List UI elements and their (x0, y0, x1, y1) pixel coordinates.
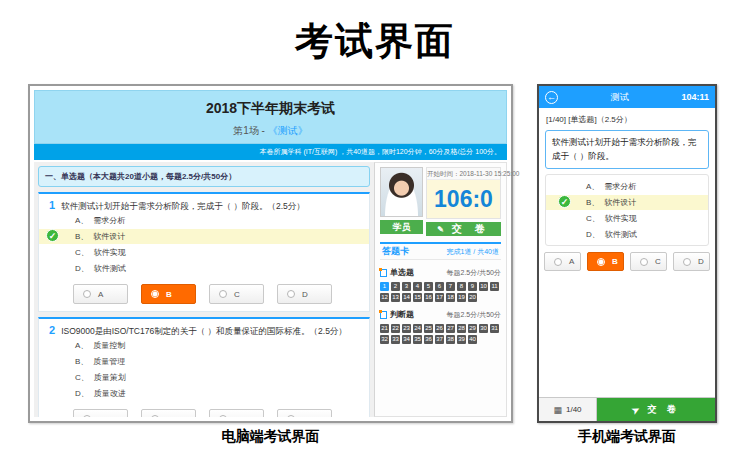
answer-buttons: ABCD (73, 409, 369, 417)
back-icon[interactable]: ← (545, 91, 558, 104)
answer-tile-8[interactable]: 8 (457, 282, 466, 291)
option-text: 软件设计 (93, 232, 125, 241)
option-button-A[interactable]: A (544, 252, 581, 271)
answer-tile-28[interactable]: 28 (457, 324, 466, 333)
answer-tile-27[interactable]: 27 (446, 324, 455, 333)
answer-tile-39[interactable]: 39 (457, 335, 466, 344)
option-row[interactable]: B、质量管理 (39, 354, 369, 369)
answer-tile-10[interactable]: 10 (479, 282, 488, 291)
answer-tile-33[interactable]: 33 (391, 335, 400, 344)
answer-card-header: 答题卡 完成1道 / 共40道 (380, 242, 501, 260)
answer-tile-29[interactable]: 29 (468, 324, 477, 333)
answer-tile-7[interactable]: 7 (446, 282, 455, 291)
radio-icon (219, 290, 227, 298)
answer-tile-9[interactable]: 9 (468, 282, 477, 291)
radio-icon (640, 258, 648, 266)
option-button-label: A (98, 290, 103, 299)
option-button-D[interactable]: D (277, 409, 332, 417)
radio-icon (287, 290, 295, 298)
option-text: 软件实现 (94, 248, 126, 257)
answer-tile-12[interactable]: 12 (380, 293, 389, 302)
answer-tile-22[interactable]: 22 (391, 324, 400, 333)
option-button-label: B (166, 415, 171, 418)
option-row[interactable]: C、质量策划 (39, 370, 369, 385)
option-button-A[interactable]: A (73, 284, 128, 304)
option-row[interactable]: A、质量控制 (39, 338, 369, 353)
exam-info-banner: 本卷所属学科 (IT/互联网) ，共40道题，限时120分钟，60分及格/总分 … (34, 144, 507, 160)
answer-tile-32[interactable]: 32 (380, 335, 389, 344)
option-letter: A、 (75, 341, 88, 350)
option-row[interactable]: C、软件实现 (39, 245, 369, 260)
option-letter: A、 (586, 182, 599, 191)
option-row[interactable]: ✓B、软件设计 (546, 195, 708, 210)
question-head: 2ISO9000是由ISO/TC176制定的关于（ ）和质量保证的国际标准。（2… (39, 324, 369, 337)
answer-tile-36[interactable]: 36 (424, 335, 433, 344)
option-row[interactable]: C、软件实现 (546, 211, 708, 226)
option-button-B[interactable]: B (587, 252, 624, 271)
answer-tile-2[interactable]: 2 (391, 282, 400, 291)
answer-tile-16[interactable]: 16 (424, 293, 433, 302)
option-button-B[interactable]: B (141, 409, 196, 417)
question-area: 一、单选题（本大题共20道小题，每题2.5分/共50分） 1软件测试计划开始于需… (34, 162, 374, 417)
answer-tile-3[interactable]: 3 (402, 282, 411, 291)
option-button-label: C (234, 290, 240, 299)
answer-tile-37[interactable]: 37 (435, 335, 444, 344)
answer-tile-30[interactable]: 30 (479, 324, 488, 333)
answer-tile-11[interactable]: 11 (490, 282, 499, 291)
option-button-C[interactable]: C (630, 252, 667, 271)
option-button-B[interactable]: B (141, 284, 196, 304)
answer-tile-1[interactable]: 1 (380, 282, 389, 291)
mobile-submit-button[interactable]: ➤ 交 卷 (597, 398, 715, 421)
answer-tile-4[interactable]: 4 (413, 282, 422, 291)
mobile-option-list: A、需求分析✓B、软件设计C、软件实现D、软件测试 (545, 174, 709, 246)
answer-tile-20[interactable]: 20 (468, 293, 477, 302)
option-button-A[interactable]: A (73, 409, 128, 417)
radio-icon (151, 415, 159, 417)
option-row[interactable]: D、软件测试 (39, 261, 369, 276)
mobile-submit-label: 交 卷 (648, 403, 681, 416)
answer-tile-17[interactable]: 17 (435, 293, 444, 302)
answer-tile-6[interactable]: 6 (435, 282, 444, 291)
mobile-question-text: 软件测试计划开始于需求分析阶段，完成于（ ）阶段。 (545, 130, 709, 169)
answer-tile-5[interactable]: 5 (424, 282, 433, 291)
option-button-C[interactable]: C (209, 284, 264, 304)
student-column: 学员 (380, 167, 423, 236)
exam-subtitle: 第1场 - 《测试》 (35, 124, 506, 138)
answer-tile-25[interactable]: 25 (424, 324, 433, 333)
option-button-D[interactable]: D (277, 284, 332, 304)
submit-button[interactable]: ✎ 交 卷 (426, 222, 501, 236)
option-letter: D、 (75, 389, 89, 398)
answer-sheet-button[interactable]: ▦ 1/40 (539, 398, 597, 421)
option-letter: C、 (75, 248, 89, 257)
exam-session: 第1场 - (233, 125, 267, 136)
answer-tile-15[interactable]: 15 (413, 293, 422, 302)
radio-icon (554, 258, 562, 266)
answer-tile-40[interactable]: 40 (468, 335, 477, 344)
option-row[interactable]: A、需求分析 (546, 179, 708, 194)
option-row[interactable]: ✓B、软件设计 (39, 229, 369, 244)
answer-tile-38[interactable]: 38 (446, 335, 455, 344)
answer-tile-34[interactable]: 34 (402, 335, 411, 344)
answer-tile-14[interactable]: 14 (402, 293, 411, 302)
answer-tile-13[interactable]: 13 (391, 293, 400, 302)
answer-tile-31[interactable]: 31 (490, 324, 499, 333)
option-row[interactable]: D、软件测试 (546, 227, 708, 242)
option-button-D[interactable]: D (673, 252, 710, 271)
radio-icon (683, 258, 691, 266)
option-row[interactable]: D、质量改进 (39, 386, 369, 401)
radio-icon (83, 415, 91, 417)
answer-section-label: 判断题 (390, 309, 414, 320)
option-row[interactable]: A、需求分析 (39, 213, 369, 228)
option-button-C[interactable]: C (209, 409, 264, 417)
submit-label: 交 卷 (452, 223, 490, 234)
answer-tile-35[interactable]: 35 (413, 335, 422, 344)
answer-tile-26[interactable]: 26 (435, 324, 444, 333)
mobile-timer: 104:11 (681, 92, 709, 102)
question-card: 2ISO9000是由ISO/TC176制定的关于（ ）和质量保证的国际标准。（2… (38, 317, 370, 417)
answer-tile-24[interactable]: 24 (413, 324, 422, 333)
mobile-answer-buttons: ABCD (539, 246, 715, 277)
answer-tile-18[interactable]: 18 (446, 293, 455, 302)
answer-tile-21[interactable]: 21 (380, 324, 389, 333)
answer-tile-23[interactable]: 23 (402, 324, 411, 333)
answer-tile-19[interactable]: 19 (457, 293, 466, 302)
